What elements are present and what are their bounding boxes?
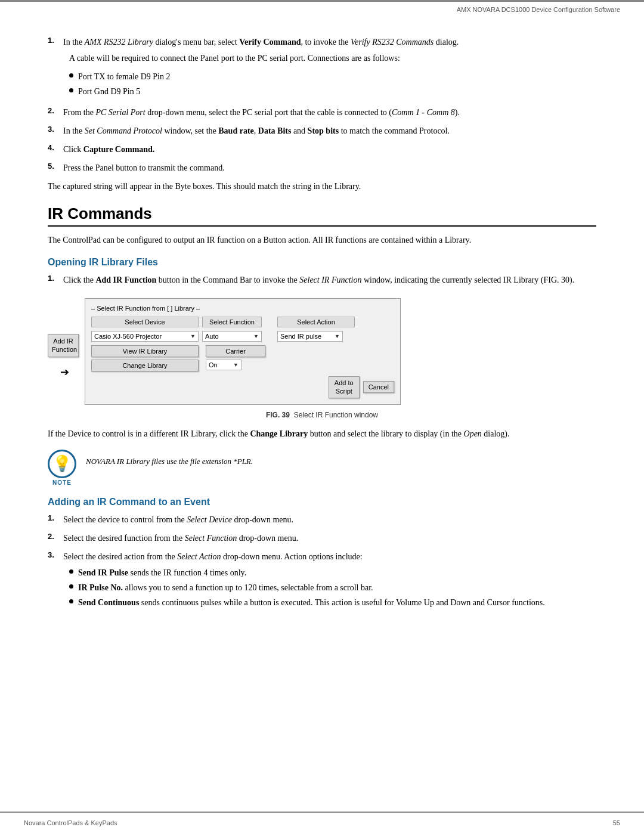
- col-header-select-action: Select Action: [277, 317, 355, 327]
- dialog-dropdowns-row: Casio XJ-560 Projector ▼ Auto ▼ Send IR …: [91, 331, 394, 342]
- step-2-content: From the PC Serial Port drop-down menu, …: [63, 106, 596, 119]
- carrier-button[interactable]: Carrier: [206, 345, 265, 357]
- dialog-column-headers: Select Device Select Function Select Act…: [91, 317, 394, 327]
- opening-ir-files-heading: Opening IR Library Files: [48, 257, 596, 268]
- bullet-icon: [69, 599, 73, 603]
- carrier-dropdown[interactable]: On ▼: [206, 360, 242, 370]
- cancel-button[interactable]: Cancel: [363, 381, 394, 393]
- header-title: AMX NOVARA DCS1000 Device Configuration …: [457, 6, 620, 13]
- step-1-num: 1.: [48, 36, 58, 45]
- step-3: 3. In the Set Command Protocol window, s…: [48, 125, 596, 137]
- bullet-port-gnd: Port Gnd D9 Pin 5: [69, 85, 596, 98]
- step-2: 2. From the PC Serial Port drop-down men…: [48, 106, 596, 119]
- select-ir-function-dialog: – Select IR Function from [ ] Library – …: [85, 298, 401, 405]
- device-dropdown[interactable]: Casio XJ-560 Projector ▼: [91, 331, 199, 342]
- bullet-ir-pulse-no: IR Pulse No. allows you to send a functi…: [69, 581, 596, 594]
- note-box: 💡 NOTE NOVARA IR Library files use the f…: [48, 450, 596, 486]
- step-5: 5. Press the Panel button to transmit th…: [48, 162, 596, 174]
- carrier-section: Carrier On ▼: [206, 345, 265, 370]
- step-4-num: 4.: [48, 143, 58, 152]
- add-ir-step-2-content: Select the desired function from the Sel…: [63, 532, 596, 544]
- action-options-list: Send IR Pulse sends the IR function 4 ti…: [69, 566, 596, 609]
- dialog-mid-row: View IR Library Change Library Carrier O…: [91, 345, 394, 371]
- step-3-num: 3.: [48, 125, 58, 134]
- carrier-dropdown-arrow: ▼: [233, 362, 239, 368]
- note-icon-circle: 💡: [48, 450, 76, 478]
- step-1-sublist: A cable will be required to connect the …: [69, 52, 596, 98]
- add-ir-step-3-content: Select the desired action from the Selec…: [63, 550, 596, 611]
- footer-right: 55: [613, 819, 620, 826]
- arrow-icon: ➔: [60, 366, 69, 379]
- add-ir-button-area: Add IRFunction ➔: [48, 334, 79, 379]
- step-5-num: 5.: [48, 162, 58, 171]
- bullet-icon: [69, 73, 73, 78]
- add-ir-step-1-num: 1.: [48, 513, 58, 522]
- section-intro: The ControlPad can be configured to outp…: [48, 234, 596, 246]
- note-label: NOTE: [52, 479, 72, 486]
- col-header-select-function: Select Function: [202, 317, 262, 327]
- library-buttons-group: View IR Library Change Library: [91, 345, 199, 371]
- step-4: 4. Click Capture Command.: [48, 143, 596, 156]
- function-dropdown-arrow: ▼: [253, 333, 259, 339]
- note-text: NOVARA IR Library files use the file ext…: [86, 450, 596, 467]
- carrier-group: Carrier On ▼: [206, 345, 265, 370]
- carrier-value: On: [209, 361, 218, 368]
- add-ir-step-2-num: 2.: [48, 532, 58, 541]
- change-library-para: If the Device to control is in a differe…: [48, 428, 596, 440]
- add-ir-step-2: 2. Select the desired function from the …: [48, 532, 596, 544]
- ir-step-1-num: 1.: [48, 274, 58, 283]
- device-dropdown-arrow: ▼: [190, 333, 196, 339]
- device-value: Casio XJ-560 Projector: [94, 333, 162, 340]
- add-ir-step-3: 3. Select the desired action from the Se…: [48, 550, 596, 611]
- bullet-port-tx: Port TX to female D9 Pin 2: [69, 70, 596, 83]
- col-header-select-device: Select Device: [91, 317, 199, 327]
- bullet-send-ir-pulse: Send IR Pulse sends the IR function 4 ti…: [69, 566, 596, 579]
- step-3-content: In the Set Command Protocol window, set …: [63, 125, 596, 137]
- bullet-icon: [69, 584, 73, 589]
- ir-commands-heading: IR Commands: [48, 205, 596, 227]
- bullet-icon: [69, 88, 73, 92]
- step-5-content: Press the Panel button to transmit the c…: [63, 162, 596, 174]
- view-ir-library-button[interactable]: View IR Library: [91, 345, 199, 357]
- note-icon-area: 💡 NOTE: [48, 450, 76, 486]
- captured-string-note: The captured string will appear in the B…: [48, 180, 596, 193]
- adding-ir-command-heading: Adding an IR Command to an Event: [48, 497, 596, 507]
- step-2-num: 2.: [48, 106, 58, 115]
- page-header: AMX NOVARA DCS1000 Device Configuration …: [457, 6, 620, 13]
- function-value: Auto: [205, 333, 219, 340]
- add-ir-function-button[interactable]: Add IRFunction: [48, 334, 79, 357]
- action-dropdown[interactable]: Send IR pulse ▼: [277, 331, 343, 342]
- add-ir-step-1: 1. Select the device to control from the…: [48, 513, 596, 526]
- bullet-icon: [69, 569, 73, 574]
- action-row: Send IR pulse ▼: [277, 331, 343, 342]
- page-footer: Novara ControlPads & KeyPads 55: [0, 812, 644, 833]
- footer-left: Novara ControlPads & KeyPads: [24, 819, 117, 826]
- ir-step-1-content: Click the Add IR Function button in the …: [63, 274, 596, 286]
- dialog-container: Add IRFunction ➔ – Select IR Function fr…: [48, 298, 596, 405]
- ir-step-1: 1. Click the Add IR Function button in t…: [48, 274, 596, 286]
- fig-caption: FIG. 39 Select IR Function window: [48, 411, 596, 419]
- add-to-script-button[interactable]: Add toScript: [329, 376, 360, 398]
- change-library-button[interactable]: Change Library: [91, 360, 199, 371]
- function-dropdown[interactable]: Auto ▼: [202, 331, 262, 342]
- dialog-bottom-row: Add toScript Cancel: [91, 376, 394, 398]
- action-value: Send IR pulse: [280, 333, 321, 340]
- bullet-send-continuous: Send Continuous sends continuous pulses …: [69, 596, 596, 609]
- step-1-content: In the AMX RS232 Library dialog's menu b…: [63, 36, 596, 100]
- add-ir-step-1-content: Select the device to control from the Se…: [63, 513, 596, 526]
- bulb-icon: 💡: [52, 454, 72, 473]
- add-ir-step-3-num: 3.: [48, 550, 58, 559]
- dialog-title: – Select IR Function from [ ] Library –: [91, 305, 394, 312]
- step-1: 1. In the AMX RS232 Library dialog's men…: [48, 36, 596, 100]
- step-4-content: Click Capture Command.: [63, 143, 596, 156]
- action-dropdown-arrow: ▼: [335, 333, 340, 339]
